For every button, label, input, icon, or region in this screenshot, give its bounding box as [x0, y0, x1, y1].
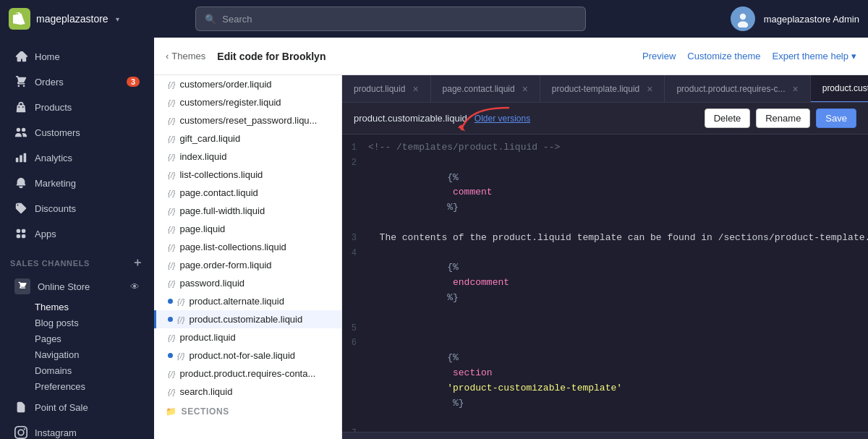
back-chevron-icon: ‹ — [166, 51, 169, 61]
code-line-1: 1 <!-- /templates/product.liquid --> — [342, 140, 868, 155]
store-dropdown-icon[interactable]: ▾ — [116, 15, 119, 23]
delete-button[interactable]: Delete — [705, 108, 751, 128]
file-tree-item[interactable]: {/} product.product.requires-conta... — [154, 365, 341, 383]
tab-close-icon[interactable]: × — [522, 83, 528, 95]
folder-icon: 📁 — [166, 406, 177, 417]
file-tree-item[interactable]: {/} page.contact.liquid — [154, 184, 341, 202]
sidebar-item-marketing[interactable]: Marketing — [4, 171, 150, 195]
tab-product-customizable[interactable]: product.customizable.liquid × — [811, 75, 868, 103]
tab-product-template[interactable]: product-template.liquid × — [540, 75, 665, 103]
editor-panel: product.liquid × page.contact.liquid × p… — [342, 75, 868, 439]
code-line-6: 6 {% section 'product-customizable-templ… — [342, 336, 868, 426]
customize-theme-link[interactable]: Customize theme — [687, 51, 760, 61]
tab-product-requires[interactable]: product.product.requires-c... × — [665, 75, 810, 103]
eye-icon[interactable]: 👁 — [130, 281, 140, 292]
sidebar-sub-navigation[interactable]: Navigation — [4, 347, 150, 362]
file-tree-item[interactable]: {/} product.not-for-sale.liquid — [154, 346, 341, 365]
sections-folder[interactable]: 📁 Sections — [154, 401, 341, 419]
sidebar-item-products[interactable]: Products — [4, 95, 150, 119]
point-of-sale-icon — [14, 401, 27, 414]
modified-dot — [168, 317, 173, 322]
sidebar-sub-blog-posts[interactable]: Blog posts — [4, 315, 150, 331]
sidebar-item-customers[interactable]: Customers — [4, 120, 150, 145]
tab-product-liquid[interactable]: product.liquid × — [342, 75, 431, 103]
tab-bar: product.liquid × page.contact.liquid × p… — [342, 75, 868, 103]
horizontal-scrollbar[interactable] — [342, 432, 868, 439]
file-tree-item[interactable]: {/} page.order-form.liquid — [154, 256, 341, 274]
expert-help-link[interactable]: Expert theme help ▾ — [772, 51, 856, 61]
sidebar-customers-label: Customers — [35, 127, 80, 138]
tab-close-icon[interactable]: × — [793, 83, 799, 95]
file-tree-item[interactable]: {/} page.list-collections.liquid — [154, 238, 341, 256]
liquid-icon: {/} — [168, 135, 175, 143]
current-filename: product.customizable.liquid — [354, 113, 467, 124]
file-tree-item[interactable]: {/} gift_card.liquid — [154, 129, 341, 148]
home-icon — [14, 50, 27, 63]
file-tree-item[interactable]: {/} page.full-width.liquid — [154, 202, 341, 220]
apps-icon — [14, 227, 27, 240]
breadcrumb-back[interactable]: ‹ Themes — [166, 51, 205, 61]
avatar[interactable] — [731, 7, 755, 31]
rename-button[interactable]: Rename — [756, 108, 810, 128]
file-tree-item[interactable]: {/} customers/order.liquid — [154, 75, 341, 93]
sales-channels-header: SALES CHANNELS ＋ — [0, 247, 154, 273]
sidebar-item-discounts[interactable]: Discounts — [4, 196, 150, 221]
search-bar[interactable]: 🔍 — [195, 7, 586, 31]
liquid-icon: {/} — [168, 333, 175, 342]
sidebar-products-label: Products — [35, 102, 72, 113]
code-line-4: 4 {% endcomment %} — [342, 246, 868, 321]
sidebar-sub-themes[interactable]: Themes — [4, 299, 150, 315]
sidebar-sub-domains[interactable]: Domains — [4, 363, 150, 378]
svg-marker-3 — [458, 124, 465, 132]
liquid-icon: {/} — [168, 279, 175, 288]
sidebar-item-online-store[interactable]: Online Store 👁 — [4, 274, 150, 299]
liquid-icon: {/} — [177, 297, 184, 306]
breadcrumb-title: Edit code for Brooklyn — [217, 51, 326, 62]
liquid-icon: {/} — [168, 370, 175, 378]
orders-icon — [14, 75, 27, 88]
save-button[interactable]: Save — [816, 108, 856, 128]
sidebar-sub-pages[interactable]: Pages — [4, 331, 150, 346]
sidebar-item-point-of-sale[interactable]: Point of Sale — [4, 395, 150, 419]
liquid-icon: {/} — [168, 261, 175, 270]
file-tree-item[interactable]: {/} product.alternate.liquid — [154, 292, 341, 310]
sidebar-item-apps[interactable]: Apps — [4, 221, 150, 246]
code-editor[interactable]: 1 <!-- /templates/product.liquid --> 2 {… — [342, 135, 868, 432]
file-tree-item[interactable]: {/} customers/reset_password.liqu... — [154, 111, 341, 129]
file-tree-item[interactable]: {/} list-collections.liquid — [154, 166, 341, 184]
file-tree-item[interactable]: {/} product.liquid — [154, 328, 341, 346]
file-tree-item[interactable]: {/} page.liquid — [154, 220, 341, 238]
liquid-icon: {/} — [168, 98, 175, 107]
store-logo[interactable]: mageplazastore ▾ — [9, 8, 119, 30]
file-tree-item[interactable]: {/} customers/register.liquid — [154, 93, 341, 111]
online-store-icon — [14, 278, 30, 294]
sidebar-sub-preferences[interactable]: Preferences — [4, 379, 150, 394]
add-sales-channel-icon[interactable]: ＋ — [132, 255, 144, 270]
tab-close-icon[interactable]: × — [412, 83, 418, 95]
sidebar-item-home[interactable]: Home — [4, 44, 150, 69]
sidebar-marketing-label: Marketing — [35, 178, 76, 189]
breadcrumb-actions: Preview Customize theme Expert theme hel… — [642, 51, 856, 61]
older-versions-link[interactable]: Older versions — [475, 114, 530, 124]
sidebar-item-orders[interactable]: Orders 3 — [4, 69, 150, 94]
discounts-icon — [14, 202, 27, 215]
file-tree-item[interactable]: {/} password.liquid — [154, 274, 341, 292]
liquid-icon: {/} — [168, 243, 175, 252]
sidebar-discounts-label: Discounts — [35, 203, 76, 214]
sidebar-item-analytics[interactable]: Analytics — [4, 145, 150, 170]
preview-link[interactable]: Preview — [642, 51, 676, 61]
file-tree-item[interactable]: {/} search.liquid — [154, 383, 341, 401]
sidebar: Home Orders 3 Products Customers A — [0, 38, 154, 439]
top-navigation: mageplazastore ▾ 🔍 mageplazastore Admin — [0, 0, 868, 38]
tab-page-contact[interactable]: page.contact.liquid × — [431, 75, 540, 103]
sidebar-pos-label: Point of Sale — [35, 402, 88, 413]
modified-dot — [168, 353, 173, 358]
tab-close-icon[interactable]: × — [647, 83, 652, 95]
orders-badge: 3 — [127, 77, 140, 87]
file-tree-item[interactable]: {/} index.liquid — [154, 148, 341, 166]
online-store-label: Online Store — [38, 281, 90, 292]
sidebar-item-instagram[interactable]: Instagram — [4, 420, 150, 439]
search-input[interactable] — [222, 14, 576, 25]
file-tree-item-selected[interactable]: {/} product.customizable.liquid — [154, 310, 341, 328]
liquid-icon: {/} — [168, 80, 175, 89]
